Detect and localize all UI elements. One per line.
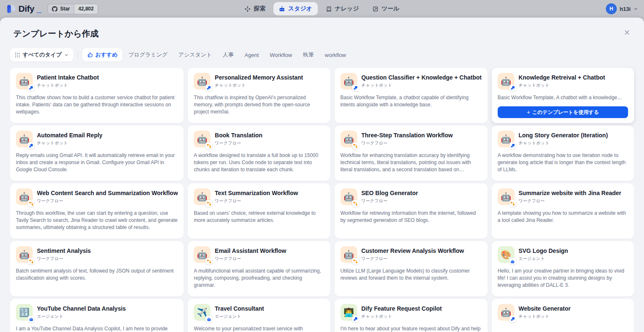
card-description: I am a YouTube Channel Data Analysis Cop… (16, 325, 178, 332)
template-card[interactable]: 🤖Knowledge Retreival + ChatbotチャットボットBas… (492, 68, 634, 123)
nav-item-label: ツール (382, 5, 400, 13)
card-header: 🤖Text Summarization Workflowワークフロー (194, 188, 324, 205)
app-icon-wrap: 🤖 (498, 73, 514, 90)
nav-item-0[interactable]: 探索 (239, 2, 271, 15)
card-description: Workflow for enhancing translation accur… (340, 152, 482, 173)
template-card[interactable]: 🔢YouTube Channel Data AnalysisエージェントI am… (10, 299, 184, 332)
card-header: 🤖Summarize website with Jina Readerワークフロ… (498, 188, 628, 205)
template-card[interactable]: 🤖Automated Email ReplyチャットボットReply email… (10, 126, 184, 181)
card-header: 🤖Web Content Search and Summarization Wo… (16, 188, 178, 205)
card-header: 🔢YouTube Channel Data Analysisエージェント (16, 304, 178, 321)
app-icon-wrap: 🤖 (340, 188, 357, 205)
app-icon-wrap: 🎨 (498, 246, 514, 263)
filter-tab-5[interactable]: Workflow (265, 49, 297, 61)
knowledge-icon (326, 6, 332, 12)
template-card[interactable]: 🤖Text Summarization WorkflowワークフローBased … (188, 183, 330, 239)
card-header: 🤖Book Translationワークフロー (194, 131, 324, 147)
github-star-button[interactable]: Star 42,802 (47, 4, 98, 14)
chevron-down-icon[interactable] (634, 7, 638, 11)
app-icon-wrap: 🔢 (16, 304, 33, 321)
card-title: Summarize website with Jina Reader (519, 190, 621, 196)
chatbot-type-badge-icon (509, 316, 516, 322)
card-meta: Personalized Memory Assistantチャットボット (215, 73, 303, 88)
card-meta: Email Assistant Workflowワークフロー (215, 246, 286, 262)
create-from-template-modal: テンプレートから作成 すべてのタイプ おすすめプログラミングアシスタント人事Ag… (0, 18, 644, 332)
avatar[interactable]: H (606, 3, 617, 14)
category-tabs: おすすめプログラミングアシスタント人事AgentWorkflow執筆workfl… (82, 48, 351, 62)
card-meta: Website Generatorチャットボット (519, 304, 571, 319)
template-card[interactable]: 🤖Question Classifier + Knowledge + Chatb… (335, 68, 488, 123)
top-navigation-bar: Dify_ Star 42,802 探索スタジオナレッジツール H h13i (0, 0, 644, 18)
filter-tab-3[interactable]: 人事 (218, 48, 239, 62)
template-card[interactable]: 🤖Book TranslationワークフローA workflow design… (188, 126, 330, 181)
card-title: Website Generator (519, 305, 571, 312)
template-card[interactable]: 🤖Email Assistant WorkflowワークフローA multifu… (188, 241, 330, 296)
close-icon[interactable] (623, 28, 631, 37)
use-template-button[interactable]: +このテンプレートを使用する (498, 106, 628, 118)
card-type-label: ワークフロー (37, 198, 178, 204)
card-meta: Knowledge Retreival + Chatbotチャットボット (519, 73, 605, 88)
template-card[interactable]: 🤖Three-Step Translation WorkflowワークフローWo… (335, 126, 488, 181)
card-header: 🎨SVG Logo Designエージェント (498, 246, 628, 263)
card-header: 🤖Automated Email Replyチャットボット (16, 131, 178, 147)
filter-tab-2[interactable]: アシスタント (174, 48, 217, 62)
card-type-label: チャットボット (519, 82, 605, 88)
filter-tab-1[interactable]: プログラミング (123, 48, 172, 62)
card-type-label: エージェント (37, 314, 126, 319)
card-type-label: エージェント (215, 314, 264, 319)
card-description: Based on users' choice, retrieve externa… (194, 210, 324, 224)
chatbot-type-badge-icon (205, 85, 212, 91)
thumbs-up-icon (87, 52, 93, 58)
template-card[interactable]: 👨‍💻Dify Feature Request CopilotチャットボットI'… (335, 299, 488, 332)
card-title: Automated Email Reply (37, 132, 102, 139)
card-header: ✈️Travel Consultantエージェント (194, 304, 324, 321)
app-icon-wrap: 🤖 (194, 188, 210, 205)
card-meta: SVG Logo Designエージェント (519, 246, 568, 262)
workflow-type-badge-icon (352, 258, 359, 265)
template-card[interactable]: 🤖Long Story Generator (Iteration)チャットボット… (492, 126, 634, 181)
card-description: I'm here to hear about your feature requ… (340, 325, 482, 332)
card-type-label: ワークフロー (37, 256, 91, 262)
filter-tab-7[interactable]: workflow (320, 49, 351, 61)
app-icon-wrap: 🤖 (16, 246, 33, 263)
nav-item-1[interactable]: スタジオ (273, 2, 317, 15)
filter-tab-label: プログラミング (128, 51, 167, 59)
card-description: This chatflow shows how to build a custo… (16, 94, 178, 116)
template-card[interactable]: 🎨SVG Logo DesignエージェントHello, I am your c… (492, 241, 634, 296)
card-meta: Web Content Search and Summarization Wor… (37, 188, 178, 204)
explore-icon (244, 6, 251, 12)
template-card[interactable]: 🤖SEO Blog GeneratorワークフローWorkflow for re… (335, 183, 488, 239)
nav-item-2[interactable]: ナレッジ (320, 2, 364, 15)
card-header: 🤖Sentiment Analysisワークフロー (16, 246, 178, 263)
use-template-label: このテンプレートを使用する (532, 109, 599, 116)
template-card[interactable]: 🤖Patient Intake ChatbotチャットボットThis chatf… (10, 68, 184, 123)
type-filter-dropdown[interactable]: すべてのタイプ (10, 48, 73, 62)
filter-tab-label: アシスタント (179, 51, 212, 59)
card-type-label: チャットボット (361, 82, 482, 88)
card-header: 🤖Long Story Generator (Iteration)チャットボット (498, 131, 628, 147)
card-title: Patient Intake Chatbot (37, 74, 99, 81)
template-card[interactable]: 🤖Website Generatorチャットボット (492, 299, 634, 332)
card-meta: Patient Intake Chatbotチャットボット (37, 73, 99, 88)
template-card[interactable]: 🤖Summarize website with Jina Readerワークフロ… (492, 183, 634, 239)
card-type-label: チャットボット (519, 140, 608, 146)
app-icon-wrap: 🤖 (16, 73, 33, 90)
dify-logo[interactable]: Dify_ (6, 4, 42, 14)
template-card[interactable]: 🤖Customer Review Analysis Workflowワークフロー… (335, 241, 488, 296)
filter-tab-4[interactable]: Agent (239, 49, 264, 61)
filter-tab-0[interactable]: おすすめ (82, 48, 122, 62)
template-card[interactable]: ✈️Travel ConsultantエージェントWelcome to your… (188, 299, 330, 332)
filter-tab-label: 執筆 (303, 51, 314, 59)
nav-item-3[interactable]: ツール (367, 2, 405, 15)
card-header: 🤖Personalized Memory Assistantチャットボット (194, 73, 324, 90)
card-title: SEO Blog Generator (361, 190, 418, 196)
filter-tab-label: おすすめ (95, 51, 117, 59)
template-card[interactable]: 🤖Personalized Memory AssistantチャットボットThi… (188, 68, 330, 123)
card-description: A template showing you how to summarize … (498, 210, 628, 224)
filter-tab-6[interactable]: 執筆 (298, 48, 319, 62)
card-meta: Question Classifier + Knowledge + Chatbo… (361, 73, 482, 88)
card-description: A multifunctional email assistant capabl… (194, 268, 324, 289)
template-card[interactable]: 🤖Web Content Search and Summarization Wo… (10, 183, 184, 239)
template-card[interactable]: 🤖Sentiment AnalysisワークフローBatch sentiment… (10, 241, 184, 296)
card-type-label: チャットボット (37, 140, 102, 146)
